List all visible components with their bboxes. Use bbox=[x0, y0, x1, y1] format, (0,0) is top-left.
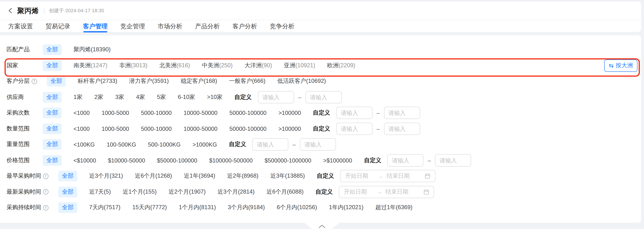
filter-option[interactable]: 10000-50000 bbox=[184, 110, 218, 116]
filter-option[interactable]: 中美洲(250) bbox=[202, 62, 232, 69]
filter-option[interactable]: 近6个月(6088) bbox=[266, 188, 304, 196]
filter-option[interactable]: 1000-5000 bbox=[102, 110, 129, 116]
collapse-panel-button[interactable] bbox=[304, 223, 340, 229]
tab-item[interactable]: 产品分析 bbox=[195, 20, 220, 32]
filter-all-chip[interactable]: 全部 bbox=[43, 139, 62, 150]
filter-all-chip[interactable]: 全部 bbox=[58, 171, 77, 182]
info-icon[interactable]: ! bbox=[43, 189, 48, 195]
filter-all-chip[interactable]: 全部 bbox=[58, 187, 77, 197]
filter-option[interactable]: 7天内(7517) bbox=[89, 204, 120, 212]
filter-option[interactable]: 近3个月(321) bbox=[89, 173, 123, 180]
custom-label[interactable]: 自定义 bbox=[229, 141, 246, 148]
custom-min-input[interactable] bbox=[336, 107, 372, 119]
filter-option[interactable]: 3个月内(9184) bbox=[228, 204, 265, 212]
filter-option[interactable]: 50000-100000 bbox=[230, 125, 266, 132]
filter-option[interactable]: <1000 bbox=[74, 110, 90, 116]
custom-min-input[interactable] bbox=[252, 138, 288, 151]
date-range-picker[interactable]: 开始日期→结束日期 bbox=[340, 170, 436, 182]
filter-option[interactable]: 聚丙烯(18390) bbox=[74, 46, 110, 53]
filter-option[interactable]: 1个月内(8131) bbox=[179, 204, 216, 212]
filter-option[interactable]: >100000 bbox=[278, 125, 301, 132]
filter-all-chip[interactable]: 全部 bbox=[58, 202, 77, 213]
custom-max-input[interactable] bbox=[300, 138, 336, 151]
custom-max-input[interactable] bbox=[305, 91, 342, 103]
filter-option[interactable]: <1000 bbox=[74, 125, 90, 132]
filter-option[interactable]: $10000-50000 bbox=[108, 157, 145, 164]
filter-option[interactable]: 10000-50000 bbox=[184, 125, 218, 132]
custom-min-input[interactable] bbox=[336, 123, 372, 135]
filter-option[interactable]: >$1000000 bbox=[323, 157, 352, 164]
filter-option[interactable]: 近3个月(2814) bbox=[218, 188, 255, 196]
filter-all-chip[interactable]: 全部 bbox=[43, 44, 62, 55]
custom-max-input[interactable] bbox=[384, 107, 420, 119]
filter-option[interactable]: 50000-100000 bbox=[230, 110, 266, 116]
filter-option[interactable]: 非洲(3013) bbox=[119, 62, 148, 69]
filter-option[interactable]: 5000-10000 bbox=[141, 110, 172, 116]
filter-option[interactable]: 稳定客户(168) bbox=[181, 78, 217, 85]
tab-item[interactable]: 竞争分析 bbox=[270, 20, 294, 32]
filter-option[interactable]: 2家 bbox=[94, 93, 103, 101]
filter-option[interactable]: >1000KG bbox=[192, 141, 217, 148]
custom-min-input[interactable] bbox=[388, 154, 424, 166]
filter-option[interactable]: 北美洲(616) bbox=[159, 62, 190, 69]
filter-option[interactable]: 1年内(12021) bbox=[329, 204, 363, 212]
custom-max-input[interactable] bbox=[435, 154, 471, 166]
filter-option[interactable]: 一般客户(666) bbox=[229, 78, 266, 85]
back-button[interactable] bbox=[6, 7, 14, 14]
filter-option[interactable]: 亚洲(10921) bbox=[284, 62, 315, 69]
filter-option[interactable]: 欧洲(2209) bbox=[327, 62, 356, 69]
info-icon[interactable]: ! bbox=[32, 79, 37, 84]
filter-option[interactable]: 近1个月(155) bbox=[123, 188, 157, 196]
custom-label[interactable]: 自定义 bbox=[364, 157, 381, 164]
filter-all-chip[interactable]: 全部 bbox=[43, 108, 62, 118]
custom-label[interactable]: 自定义 bbox=[317, 173, 334, 180]
filter-option[interactable]: 1家 bbox=[74, 93, 82, 101]
filter-all-chip[interactable]: 全部 bbox=[43, 155, 62, 166]
custom-label[interactable]: 自定义 bbox=[234, 93, 252, 101]
filter-option[interactable]: >100000 bbox=[278, 110, 301, 116]
filter-option[interactable]: 15天内(7772) bbox=[132, 204, 167, 212]
tab-item[interactable]: 客户分析 bbox=[232, 20, 257, 32]
filter-all-chip[interactable]: 全部 bbox=[47, 76, 66, 87]
filter-option[interactable]: 1000-5000 bbox=[102, 125, 129, 132]
filter-option[interactable]: 潜力客户(3591) bbox=[129, 78, 169, 85]
filter-all-chip[interactable]: 全部 bbox=[43, 123, 62, 134]
filter-option[interactable]: 500-1000KG bbox=[148, 141, 181, 148]
custom-label[interactable]: 自定义 bbox=[313, 125, 330, 132]
tab-item[interactable]: 竞企管理 bbox=[120, 20, 145, 32]
filter-option[interactable]: $100000-500000 bbox=[209, 157, 253, 164]
filter-option[interactable]: 近3年(13885) bbox=[270, 173, 305, 180]
filter-option[interactable]: 6个月内(10256) bbox=[277, 204, 317, 212]
filter-all-chip[interactable]: 全部 bbox=[43, 60, 62, 71]
filter-option[interactable]: 6-10家 bbox=[178, 93, 195, 101]
filter-option[interactable]: 近6个月(1268) bbox=[135, 173, 172, 180]
filter-option[interactable]: 超过1年(6369) bbox=[376, 204, 412, 212]
filter-option[interactable]: $500000-1000000 bbox=[264, 157, 311, 164]
filter-option[interactable]: 近2年(8968) bbox=[227, 173, 258, 180]
filter-option[interactable]: 近7天(5) bbox=[89, 188, 111, 196]
custom-label[interactable]: 自定义 bbox=[313, 109, 330, 117]
filter-option[interactable]: >10家 bbox=[207, 93, 222, 101]
date-range-picker[interactable]: 开始日期→结束日期 bbox=[339, 186, 434, 198]
filter-option[interactable]: 大洋洲(90) bbox=[244, 62, 272, 69]
filter-option[interactable]: $50000-100000 bbox=[157, 157, 197, 164]
filter-option[interactable]: 标杆客户(2733) bbox=[78, 78, 118, 85]
filter-option[interactable]: <$10000 bbox=[74, 157, 96, 164]
tab-item[interactable]: 市场分析 bbox=[158, 20, 182, 32]
info-icon[interactable]: ! bbox=[43, 173, 48, 179]
filter-option[interactable]: 低活跃客户(10692) bbox=[277, 78, 326, 85]
tab-item[interactable]: 贸易记录 bbox=[46, 20, 70, 32]
filter-option[interactable]: 南美洲(1247) bbox=[74, 62, 108, 69]
filter-option[interactable]: <100KG bbox=[74, 141, 95, 148]
group-by-continent-button[interactable]: ⇆按大洲 bbox=[604, 59, 638, 72]
filter-option[interactable]: 近2个月(1907) bbox=[168, 188, 206, 196]
filter-option[interactable]: 100-500KG bbox=[107, 141, 136, 148]
filter-option[interactable]: 4家 bbox=[136, 93, 145, 101]
filter-option[interactable]: 近1年(3694) bbox=[184, 173, 215, 180]
filter-all-chip[interactable]: 全部 bbox=[43, 92, 62, 102]
custom-max-input[interactable] bbox=[384, 123, 420, 135]
tab-item[interactable]: 方案设置 bbox=[8, 20, 33, 32]
custom-min-input[interactable] bbox=[258, 91, 294, 103]
info-icon[interactable]: ! bbox=[43, 205, 48, 211]
filter-option[interactable]: 5家 bbox=[157, 93, 166, 101]
